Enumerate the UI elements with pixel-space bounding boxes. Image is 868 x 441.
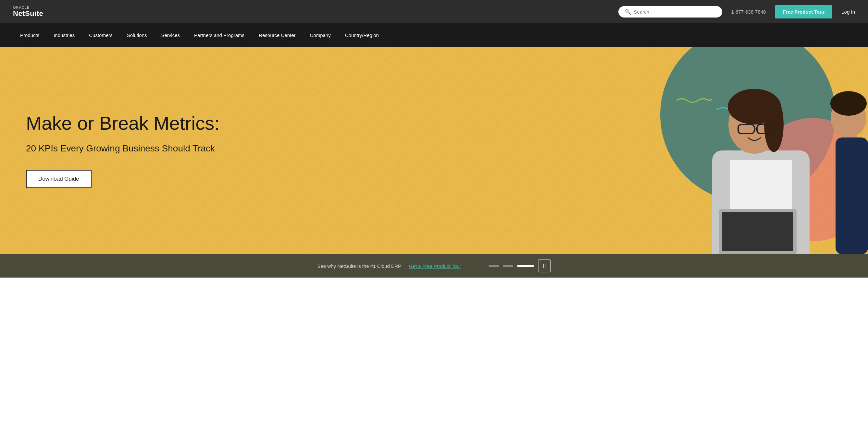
slider-dot-1[interactable] bbox=[489, 265, 499, 267]
hero-subtitle: 20 KPIs Every Growing Business Should Tr… bbox=[26, 143, 219, 154]
login-link[interactable]: Log In bbox=[841, 9, 855, 14]
hero-section: Make or Break Metrics: 20 KPIs Every Gro… bbox=[0, 47, 868, 254]
oracle-label: ORACLE bbox=[13, 5, 43, 9]
slider-dot-3[interactable] bbox=[517, 265, 534, 267]
logo[interactable]: ORACLE NetSuite bbox=[13, 5, 43, 18]
top-bar: ORACLE NetSuite 🔍 1-877-638-7848 Free Pr… bbox=[0, 0, 868, 23]
nav-item-resource-center[interactable]: Resource Center bbox=[252, 23, 303, 47]
nav-bar: ProductsIndustriesCustomersSolutionsServ… bbox=[0, 23, 868, 47]
search-box[interactable]: 🔍 bbox=[618, 6, 722, 18]
free-product-tour-button[interactable]: Free Product Tour bbox=[775, 5, 832, 19]
nav-item-solutions[interactable]: Solutions bbox=[120, 23, 154, 47]
svg-rect-10 bbox=[836, 137, 868, 254]
pause-button[interactable]: ⏸ bbox=[538, 260, 551, 272]
bottom-bar: See why NetSuite is the #1 Cloud ERP Get… bbox=[0, 254, 868, 278]
svg-point-12 bbox=[830, 91, 867, 116]
bottom-bar-link[interactable]: Get a Free Product Tour bbox=[409, 263, 461, 269]
nav-item-services[interactable]: Services bbox=[154, 23, 187, 47]
nav-item-industries[interactable]: Industries bbox=[46, 23, 82, 47]
search-icon: 🔍 bbox=[625, 9, 631, 15]
nav-item-partners[interactable]: Partners and Programs bbox=[187, 23, 252, 47]
hero-title: Make or Break Metrics: bbox=[26, 113, 219, 134]
slider-dot-2[interactable] bbox=[503, 265, 513, 267]
search-input[interactable] bbox=[634, 9, 716, 14]
nav-item-company[interactable]: Company bbox=[303, 23, 338, 47]
pause-icon: ⏸ bbox=[541, 263, 547, 269]
svg-rect-9 bbox=[722, 212, 793, 251]
hero-content: Make or Break Metrics: 20 KPIs Every Gro… bbox=[26, 113, 219, 188]
top-bar-right: 🔍 1-877-638-7848 Free Product Tour Log I… bbox=[618, 5, 855, 19]
nav-item-products[interactable]: Products bbox=[13, 23, 46, 47]
netsuite-label: NetSuite bbox=[13, 9, 43, 18]
slider-controls: ⏸ bbox=[489, 260, 551, 272]
nav-item-customers[interactable]: Customers bbox=[82, 23, 120, 47]
bottom-bar-text: See why NetSuite is the #1 Cloud ERP bbox=[317, 263, 401, 269]
nav-item-country[interactable]: Country/Region bbox=[338, 23, 386, 47]
hero-image bbox=[680, 47, 868, 254]
phone-number: 1-877-638-7848 bbox=[731, 9, 766, 14]
download-guide-button[interactable]: Download Guide bbox=[26, 170, 92, 188]
